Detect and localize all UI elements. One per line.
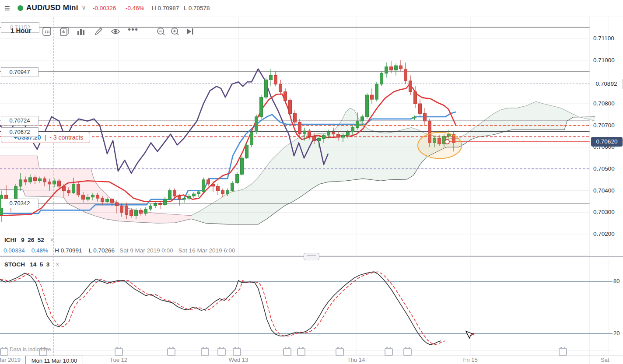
candle[interactable]	[332, 132, 335, 134]
candle[interactable]	[375, 84, 378, 99]
calendar-event-icon[interactable]	[403, 348, 412, 356]
candle[interactable]	[212, 184, 215, 186]
candle[interactable]	[77, 184, 80, 195]
calendar-event-icon[interactable]	[336, 348, 344, 356]
candle[interactable]	[168, 191, 172, 200]
candle[interactable]	[106, 200, 109, 202]
candle[interactable]	[337, 134, 340, 137]
calendar-event-icon[interactable]	[201, 348, 209, 356]
candle[interactable]	[289, 101, 292, 114]
candle[interactable]	[255, 117, 258, 132]
candle[interactable]	[395, 66, 398, 70]
candle[interactable]	[356, 121, 359, 128]
candle[interactable]	[29, 178, 32, 182]
candle[interactable]	[38, 178, 42, 181]
candle[interactable]	[236, 174, 239, 183]
calendar-event-icon[interactable]	[283, 348, 291, 356]
candle[interactable]	[424, 113, 427, 121]
calendar-event-icon[interactable]	[297, 348, 305, 356]
candle[interactable]	[371, 95, 374, 99]
candle[interactable]	[414, 92, 417, 104]
candle[interactable]	[279, 84, 282, 91]
draw-icon[interactable]	[94, 27, 103, 36]
candle[interactable]	[245, 145, 248, 158]
candle[interactable]	[241, 158, 244, 174]
candle[interactable]	[226, 191, 229, 194]
candle[interactable]	[366, 95, 369, 117]
candle[interactable]	[346, 132, 350, 135]
candle[interactable]	[313, 136, 316, 141]
candle[interactable]	[19, 180, 22, 186]
column-chart-icon[interactable]	[76, 27, 86, 36]
candle[interactable]	[183, 198, 186, 199]
candle[interactable]	[231, 183, 234, 190]
candle[interactable]	[192, 194, 196, 196]
candle[interactable]	[116, 203, 119, 206]
candle[interactable]	[197, 192, 200, 194]
candle[interactable]	[361, 117, 364, 121]
calendar-event-icon[interactable]	[385, 348, 393, 356]
interval-button[interactable]: 1 Hour	[10, 27, 32, 34]
display-settings-icon[interactable]	[42, 27, 52, 36]
candle[interactable]	[63, 186, 66, 191]
candle[interactable]	[135, 210, 138, 215]
calendar-event-icon[interactable]	[115, 348, 123, 356]
calendar-event-icon[interactable]	[0, 348, 8, 356]
candle[interactable]	[34, 178, 37, 181]
candle[interactable]	[298, 122, 301, 134]
candle[interactable]	[270, 75, 273, 80]
candle[interactable]	[91, 195, 94, 197]
candle[interactable]	[303, 131, 306, 134]
candle[interactable]	[82, 195, 85, 200]
candle[interactable]	[265, 80, 268, 97]
calendar-event-icon[interactable]	[233, 348, 241, 356]
candle[interactable]	[308, 131, 311, 136]
candle[interactable]	[67, 191, 70, 193]
candle[interactable]	[96, 195, 99, 198]
more-icon[interactable]: •••	[128, 24, 138, 35]
candle[interactable]	[322, 135, 326, 138]
candle[interactable]	[327, 132, 330, 135]
candle[interactable]	[260, 97, 263, 117]
position-marker[interactable]	[445, 140, 449, 144]
candle[interactable]	[318, 138, 321, 140]
candle[interactable]	[58, 181, 61, 186]
candle[interactable]	[202, 180, 205, 192]
candle[interactable]	[43, 178, 46, 182]
candle[interactable]	[48, 182, 51, 184]
calendar-event-icon[interactable]	[167, 348, 175, 356]
candle[interactable]	[120, 206, 123, 212]
candle[interactable]	[294, 113, 297, 122]
go-to-latest-icon[interactable]	[185, 27, 195, 36]
candle[interactable]	[164, 200, 167, 205]
candle[interactable]	[144, 209, 147, 214]
panel-resize-handle[interactable]	[304, 253, 319, 260]
candle[interactable]	[125, 206, 128, 214]
candle[interactable]	[159, 203, 162, 204]
chart-canvas[interactable]	[0, 0, 623, 364]
highlight-ellipse[interactable]	[418, 132, 462, 158]
candle[interactable]	[217, 186, 220, 191]
stoch-close-icon[interactable]: ×	[56, 261, 59, 268]
candle[interactable]	[101, 198, 104, 201]
candle[interactable]	[351, 128, 354, 132]
candle[interactable]	[399, 66, 402, 69]
candle[interactable]	[72, 184, 75, 193]
ichi-close-icon[interactable]: ×	[50, 236, 54, 243]
chevron-down-icon[interactable]: ∨	[81, 4, 86, 11]
zoom-in-icon[interactable]	[170, 27, 180, 36]
candle[interactable]	[385, 67, 388, 74]
candle[interactable]	[221, 191, 224, 194]
candle[interactable]	[87, 197, 90, 200]
candle[interactable]	[274, 75, 277, 84]
candle[interactable]	[409, 81, 412, 92]
candle[interactable]	[24, 180, 27, 182]
candle[interactable]	[404, 69, 407, 81]
candle[interactable]	[111, 200, 114, 203]
candle[interactable]	[419, 104, 422, 113]
chart-window-icon[interactable]	[60, 27, 69, 36]
candle[interactable]	[342, 135, 345, 137]
candle[interactable]	[207, 180, 210, 184]
candle[interactable]	[178, 196, 181, 199]
zoom-out-icon[interactable]	[156, 27, 166, 36]
